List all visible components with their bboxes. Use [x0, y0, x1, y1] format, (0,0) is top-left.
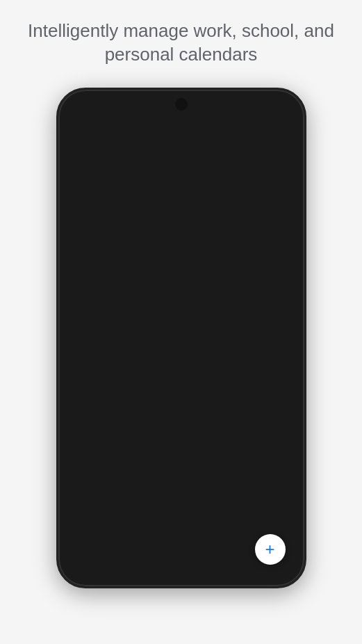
flight-image: ✈	[238, 359, 294, 406]
event-title: Project update	[106, 183, 287, 193]
day-name-mon: MON	[72, 154, 90, 162]
battery-icon	[273, 104, 286, 112]
status-icons	[248, 104, 286, 112]
event-prepare-workshop[interactable]: Prepare workshop 11 AM	[99, 408, 294, 435]
event-flight[interactable]: Flight to Barcelona (LX 1952) 7–9 AM Zür…	[99, 359, 294, 406]
day-num-mon[interactable]: 20	[71, 162, 92, 183]
svg-rect-3	[261, 108, 262, 111]
day-label-tue21: TUE 21	[63, 332, 99, 463]
event-time: 7–9 AM	[106, 374, 231, 383]
chevron-down-icon	[144, 131, 149, 134]
fab-plus-icon: +	[265, 540, 274, 559]
event-store-opening[interactable]: Store opening 2–3 PM 👩	[99, 236, 294, 262]
svg-point-29	[258, 297, 263, 301]
calendar-icon	[247, 125, 261, 139]
phone-screen: 11:58 AM	[63, 95, 299, 581]
day-name-tue: TUE	[74, 335, 89, 342]
svg-point-22	[267, 279, 286, 298]
events-column-mon20: Zürich design days (Day 1/2) Project upd…	[99, 152, 294, 320]
day-num-tue[interactable]: 21	[71, 342, 92, 363]
event-time: 12–3 PM	[106, 451, 287, 459]
svg-point-24	[252, 291, 266, 305]
dinner-illustration	[238, 264, 294, 320]
signal-icon	[261, 104, 270, 112]
day-section-mon20: MON 20 Zürich design days (Day 1/2) Proj…	[63, 147, 299, 324]
event-project-update[interactable]: Project update 10–10:30 AM	[99, 179, 294, 205]
calendar-content: MON 20 Zürich design days (Day 1/2) Proj…	[63, 147, 299, 581]
dinner-text: Dinner with Gloria 5:30–9 PM Central	[99, 264, 238, 320]
event-title: Flight to Barcelona (LX 1952)	[106, 364, 231, 374]
svg-rect-12	[248, 127, 258, 137]
svg-rect-5	[265, 105, 266, 111]
event-title: Zürich design days (Day 2/2)	[106, 338, 213, 348]
page-header: Intelligently manage work, school, and p…	[0, 0, 362, 81]
event-zurich-day1[interactable]: Zürich design days (Day 1/2)	[99, 152, 294, 177]
svg-point-25	[254, 293, 264, 303]
svg-point-28	[256, 294, 262, 300]
event-dinner[interactable]: Dinner with Gloria 5:30–9 PM Central	[99, 264, 294, 320]
wifi-icon	[248, 104, 258, 112]
phone-wrapper: 11:58 AM	[56, 88, 306, 588]
event-time: 10–10:30 AM	[106, 193, 287, 201]
dinner-image	[238, 264, 294, 320]
event-sub: Central	[106, 288, 231, 296]
svg-point-17	[279, 131, 281, 133]
event-sub: Zürich ZRH	[106, 383, 231, 391]
event-title: Prepare workshop	[106, 412, 287, 422]
event-time: 11 AM	[106, 422, 287, 430]
event-title: Zürich design days (Day 1/2)	[106, 158, 213, 168]
more-vert-icon	[274, 126, 286, 138]
status-time: 11:58 AM	[77, 102, 115, 113]
timeline-dot	[87, 234, 94, 241]
hamburger-button[interactable]	[73, 124, 91, 140]
event-time: 10:30 AM	[106, 221, 287, 230]
event-finalize[interactable]: Finalize presentation 10:30 AM	[99, 207, 294, 234]
event-time: 2–3 PM	[106, 250, 287, 258]
day-divider	[63, 325, 299, 326]
search-button[interactable]	[217, 122, 237, 142]
svg-rect-6	[267, 104, 268, 111]
status-bar: 11:58 AM	[63, 95, 299, 117]
fab-button[interactable]: +	[255, 534, 286, 565]
event-title: Finalize presentation	[106, 211, 287, 221]
event-title: Marketing workshop	[106, 441, 287, 451]
event-avatar: 👩	[269, 239, 288, 259]
svg-rect-9	[274, 106, 281, 109]
calendar-view-button[interactable]	[244, 122, 263, 142]
task-check-icon	[106, 211, 117, 221]
app-bar: January	[63, 117, 299, 147]
svg-point-16	[279, 127, 281, 129]
svg-rect-8	[283, 106, 285, 108]
events-column-tue21: Zürich design days (Day 2/2) Flight to B…	[99, 332, 294, 463]
flight-illustration: ✈	[238, 359, 294, 406]
task-check-icon2	[106, 412, 117, 422]
event-zurich-day2[interactable]: Zürich design days (Day 2/2)	[99, 332, 294, 357]
svg-rect-4	[263, 106, 264, 111]
event-title: Dinner with Gloria	[106, 270, 231, 280]
svg-line-11	[229, 134, 232, 137]
day-section-tue21: TUE 21 Zürich design days (Day 2/2) Flig…	[63, 328, 299, 467]
svg-marker-2	[251, 108, 254, 111]
flight-text: Flight to Barcelona (LX 1952) 7–9 AM Zür…	[99, 359, 238, 406]
event-title: Store opening	[106, 240, 287, 250]
month-title[interactable]: January	[98, 124, 211, 139]
event-marketing-workshop[interactable]: Marketing workshop 12–3 PM	[99, 437, 294, 463]
event-time: 5:30–9 PM	[106, 280, 231, 288]
day-label-mon20: MON 20	[63, 152, 99, 320]
app-bar-actions	[217, 122, 290, 142]
search-icon	[220, 125, 234, 139]
more-options-button[interactable]	[270, 122, 290, 142]
svg-point-18	[279, 134, 281, 136]
